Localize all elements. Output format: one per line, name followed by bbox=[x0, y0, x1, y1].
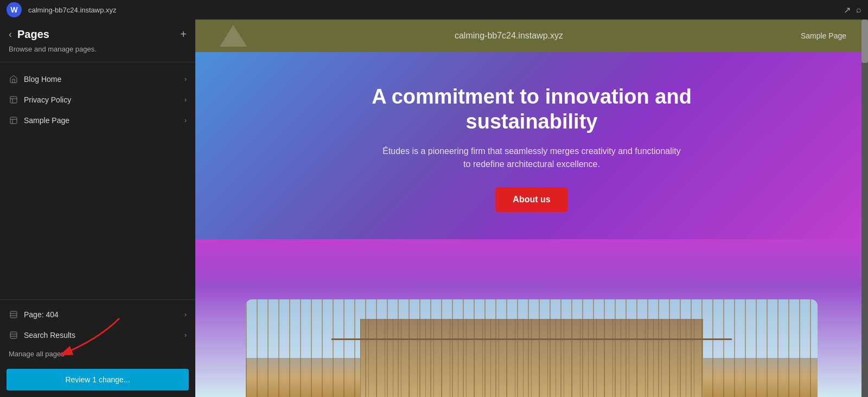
sidebar-item-blog-home[interactable]: Blog Home › bbox=[0, 69, 195, 89]
nav-logo-triangle bbox=[220, 25, 247, 47]
manage-all-pages-link[interactable]: Manage all pages bbox=[0, 345, 195, 364]
sidebar-item-privacy-policy[interactable]: Privacy Policy › bbox=[0, 89, 195, 110]
hero-title: A commitment to innovation and sustainab… bbox=[342, 85, 722, 134]
back-button[interactable]: ‹ bbox=[9, 29, 12, 40]
website-preview: calming-bb7c24.instawp.xyz Sample Page A… bbox=[195, 20, 868, 397]
sidebar-item-page-404[interactable]: Page: 404 › bbox=[0, 304, 195, 325]
svg-rect-0 bbox=[10, 97, 17, 103]
sidebar: ‹ Pages + Browse and manage pages. Blog … bbox=[0, 20, 195, 397]
main-layout: ‹ Pages + Browse and manage pages. Blog … bbox=[0, 20, 868, 397]
nav-sample-page-link[interactable]: Sample Page bbox=[801, 31, 846, 40]
blog-home-chevron: › bbox=[184, 75, 187, 83]
manage-all-pages-label: Manage all pages bbox=[9, 350, 65, 358]
privacy-policy-chevron: › bbox=[184, 96, 187, 104]
svg-rect-9 bbox=[10, 332, 17, 338]
about-us-button[interactable]: About us bbox=[495, 187, 567, 212]
top-bar: W calming-bb7c24.instawp.xyz ↗ ⌕ bbox=[0, 0, 868, 20]
sidebar-items-list: Blog Home › Privacy Policy › Sample Page… bbox=[0, 67, 195, 295]
wp-logo[interactable]: W bbox=[7, 2, 22, 17]
hero-section: A commitment to innovation and sustainab… bbox=[195, 52, 868, 239]
sample-page-label: Sample Page bbox=[24, 116, 179, 125]
svg-rect-3 bbox=[10, 117, 17, 124]
layout-icon-search bbox=[9, 330, 18, 340]
doc-icon-privacy bbox=[9, 95, 18, 105]
top-bar-icons: ↗ ⌕ bbox=[844, 5, 861, 15]
add-page-button[interactable]: + bbox=[180, 28, 187, 41]
search-results-chevron: › bbox=[184, 331, 187, 339]
blog-home-label: Blog Home bbox=[24, 75, 179, 84]
sidebar-item-search-results[interactable]: Search Results › bbox=[0, 325, 195, 345]
preview-scrollbar[interactable] bbox=[861, 20, 868, 397]
svg-rect-6 bbox=[10, 311, 17, 318]
hero-subtitle: Études is a pioneering firm that seamles… bbox=[382, 145, 681, 171]
sample-page-chevron: › bbox=[184, 117, 187, 124]
privacy-policy-label: Privacy Policy bbox=[24, 95, 179, 104]
sidebar-item-sample-page[interactable]: Sample Page › bbox=[0, 110, 195, 131]
nav-site-name: calming-bb7c24.instawp.xyz bbox=[217, 31, 801, 41]
home-icon bbox=[9, 74, 18, 84]
scrollbar-thumb[interactable] bbox=[861, 20, 868, 63]
sidebar-bottom-divider bbox=[0, 299, 195, 300]
layout-icon-404 bbox=[9, 310, 18, 319]
review-changes-button[interactable]: Review 1 change... bbox=[7, 369, 189, 390]
site-url-label: calming-bb7c24.instawp.xyz bbox=[28, 6, 837, 14]
building-section bbox=[195, 239, 868, 397]
preview-area: calming-bb7c24.instawp.xyz Sample Page A… bbox=[195, 20, 868, 397]
sidebar-subtitle: Browse and manage pages. bbox=[0, 45, 195, 62]
external-link-icon[interactable]: ↗ bbox=[844, 5, 851, 15]
nav-logo bbox=[217, 25, 250, 47]
sidebar-title: Pages bbox=[17, 28, 175, 41]
building-image bbox=[246, 299, 818, 397]
sidebar-header: ‹ Pages + bbox=[0, 20, 195, 45]
sidebar-top-divider bbox=[0, 62, 195, 62]
search-results-label: Search Results bbox=[24, 331, 179, 340]
page-404-label: Page: 404 bbox=[24, 310, 179, 319]
page-404-chevron: › bbox=[184, 311, 187, 318]
website-nav: calming-bb7c24.instawp.xyz Sample Page bbox=[195, 20, 868, 52]
building-lines bbox=[246, 299, 818, 397]
search-icon[interactable]: ⌕ bbox=[856, 5, 861, 15]
doc-icon-sample bbox=[9, 116, 18, 125]
